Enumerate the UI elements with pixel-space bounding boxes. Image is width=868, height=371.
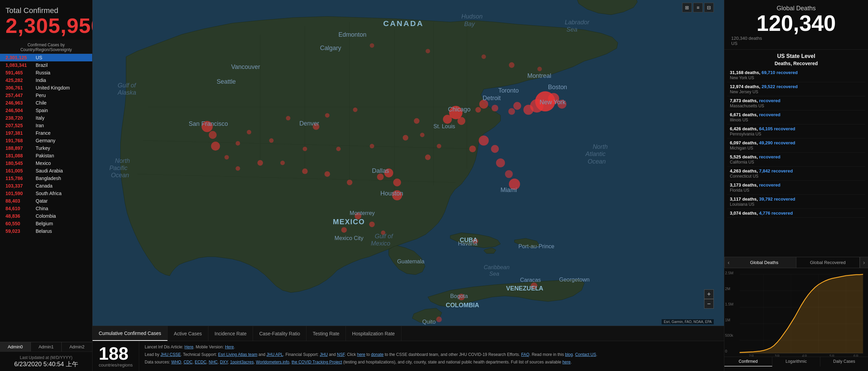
map-list-icon[interactable]: ⊞ (682, 3, 692, 12)
state-row[interactable]: 3,074 deaths, 4,776 recovered (727, 209, 865, 218)
country-row[interactable]: 88,403Qatar (0, 197, 92, 205)
svg-text:Boston: Boston (548, 84, 567, 91)
map-tab-cumulative-confirmed-cases[interactable]: Cumulative Confirmed Cases (93, 326, 168, 341)
svg-point-38 (325, 113, 329, 118)
svg-text:2月: 2月 (749, 354, 755, 357)
country-row[interactable]: 180,545Mexico (0, 159, 92, 167)
panel-tabs: ‹ Global Deaths Global Recovered › (724, 257, 868, 268)
svg-point-16 (508, 108, 515, 115)
y-label-6: 0 (725, 349, 733, 353)
country-name: Turkey (36, 145, 50, 151)
country-row[interactable]: 2,301,125US (0, 54, 92, 61)
country-name: Belarus (36, 228, 52, 234)
state-row[interactable]: 7,873 deaths, recoveredMassachusetts US (727, 96, 865, 110)
state-recovered: 7,842 recovered (759, 168, 793, 173)
country-row[interactable]: 257,447Peru (0, 92, 92, 99)
country-count: 48,836 (5, 213, 33, 219)
state-row[interactable]: 6,097 deaths, 49,290 recoveredMichigan U… (727, 139, 865, 153)
country-row[interactable]: 425,282India (0, 76, 92, 84)
state-deaths: 3,117 deaths, (730, 196, 758, 202)
country-row[interactable]: 191,768Germany (0, 137, 92, 144)
chart-tab-daily-cases[interactable]: Daily Cases (820, 357, 868, 367)
state-recovered: 29,522 recovered (762, 84, 798, 89)
y-label-4: 1M (725, 318, 733, 322)
tab-global-recovered[interactable]: Global Recovered (796, 257, 860, 268)
state-row[interactable]: 3,173 deaths, recoveredFlorida US (727, 181, 865, 195)
country-name: Qatar (36, 198, 48, 204)
country-row[interactable]: 238,720Italy (0, 114, 92, 122)
country-row[interactable]: 103,337Canada (0, 182, 92, 190)
map-tab-testing-rate[interactable]: Testing Rate (306, 326, 346, 341)
map-container[interactable]: CANADA Gulf of Alaska Hudson Bay Labrado… (93, 0, 724, 326)
map-table-icon[interactable]: ⊟ (704, 3, 714, 12)
country-row[interactable]: 181,088Pakistan (0, 152, 92, 159)
country-row[interactable]: 60,550Belgium (0, 220, 92, 227)
country-row[interactable]: 48,836Colombia (0, 212, 92, 220)
country-name: India (36, 77, 46, 83)
state-recovered: 64,105 recovered (759, 126, 795, 131)
state-name: Michigan US (730, 146, 753, 151)
svg-text:Denver: Denver (299, 120, 319, 127)
state-name: Massachusetts US (730, 104, 764, 108)
country-row[interactable]: 188,897Turkey (0, 144, 92, 152)
admin-tab-admin0[interactable]: Admin0 (0, 342, 31, 351)
zoom-in-button[interactable]: + (704, 289, 714, 299)
state-row[interactable]: 4,263 deaths, 7,842 recoveredConnecticut… (727, 167, 865, 181)
info-line-3: Data sources: WHO, CDC, ECDC, NHC, DXY, … (145, 359, 719, 365)
svg-text:4月: 4月 (802, 354, 808, 357)
svg-point-21 (443, 115, 452, 124)
country-row[interactable]: 1,083,341Brazil (0, 61, 92, 69)
state-deaths: 12,974 deaths, (730, 84, 760, 89)
country-count: 2,301,125 (5, 55, 33, 60)
state-name: Pennsylvania US (730, 132, 761, 136)
svg-point-25 (469, 145, 476, 152)
country-row[interactable]: 101,590South Africa (0, 190, 92, 197)
svg-point-59 (369, 222, 375, 227)
panel-nav-arrow-left[interactable]: ‹ (724, 257, 733, 268)
svg-point-37 (286, 116, 290, 120)
map-tab-active-cases[interactable]: Active Cases (168, 326, 208, 341)
country-row[interactable]: 59,023Belarus (0, 227, 92, 235)
country-row[interactable]: 115,786Bangladesh (0, 175, 92, 182)
country-row[interactable]: 197,381France (0, 129, 92, 137)
country-row[interactable]: 246,504Spain (0, 107, 92, 114)
country-row[interactable]: 84,610China (0, 205, 92, 212)
state-row[interactable]: 12,974 deaths, 29,522 recoveredNew Jerse… (727, 82, 865, 96)
state-row[interactable]: 5,525 deaths, recoveredCalifornia US (727, 153, 865, 167)
svg-text:3月: 3月 (775, 354, 780, 357)
state-row[interactable]: 3,117 deaths, 39,792 recoveredLouisiana … (727, 195, 865, 209)
map-tab-incidence-rate[interactable]: Incidence Rate (208, 326, 253, 341)
panel-nav-arrow-right[interactable]: › (860, 257, 868, 268)
admin-tab-admin1[interactable]: Admin1 (31, 342, 62, 351)
country-row[interactable]: 591,465Russia (0, 69, 92, 76)
state-deaths: 6,671 deaths, (730, 112, 758, 117)
svg-point-27 (505, 170, 513, 178)
map-tab-hospitalization-rate[interactable]: Hospitalization Rate (346, 326, 401, 341)
state-row[interactable]: 6,426 deaths, 64,105 recoveredPennsylvan… (727, 124, 865, 139)
state-name: New York US (730, 75, 754, 80)
country-row[interactable]: 246,963Chile (0, 99, 92, 107)
svg-text:Hudson: Hudson (461, 13, 483, 20)
svg-point-35 (211, 142, 220, 151)
country-count: 591,465 (5, 70, 33, 75)
tab-global-deaths[interactable]: Global Deaths (733, 257, 796, 268)
chart-tab-logarithmic[interactable]: Logarithmic (772, 357, 820, 367)
country-name: Iran (36, 123, 44, 128)
map-tab-case-fatality-ratio[interactable]: Case-Fatality Ratio (253, 326, 306, 341)
state-row[interactable]: 6,671 deaths, recoveredIllinois US (727, 110, 865, 124)
country-row[interactable]: 306,761United Kingdom (0, 84, 92, 92)
svg-point-46 (247, 130, 251, 134)
right-panel: Global Deaths 120,340 120,340 deaths US … (724, 0, 868, 371)
state-row[interactable]: 31,168 deaths, 69,710 recoveredNew York … (727, 68, 865, 82)
svg-point-19 (475, 107, 481, 112)
svg-text:COLOMBIA: COLOMBIA (446, 302, 479, 309)
country-row[interactable]: 207,525Iran (0, 122, 92, 129)
country-row[interactable]: 161,005Saudi Arabia (0, 167, 92, 175)
country-count: 238,720 (5, 115, 33, 121)
admin-tab-admin2[interactable]: Admin2 (62, 342, 92, 351)
chart-tab-confirmed[interactable]: Confirmed (724, 357, 772, 367)
country-count: 88,403 (5, 198, 33, 204)
zoom-out-button[interactable]: − (704, 299, 714, 309)
svg-text:Labrador: Labrador (565, 19, 590, 26)
map-grid-icon[interactable]: ≡ (693, 3, 703, 12)
